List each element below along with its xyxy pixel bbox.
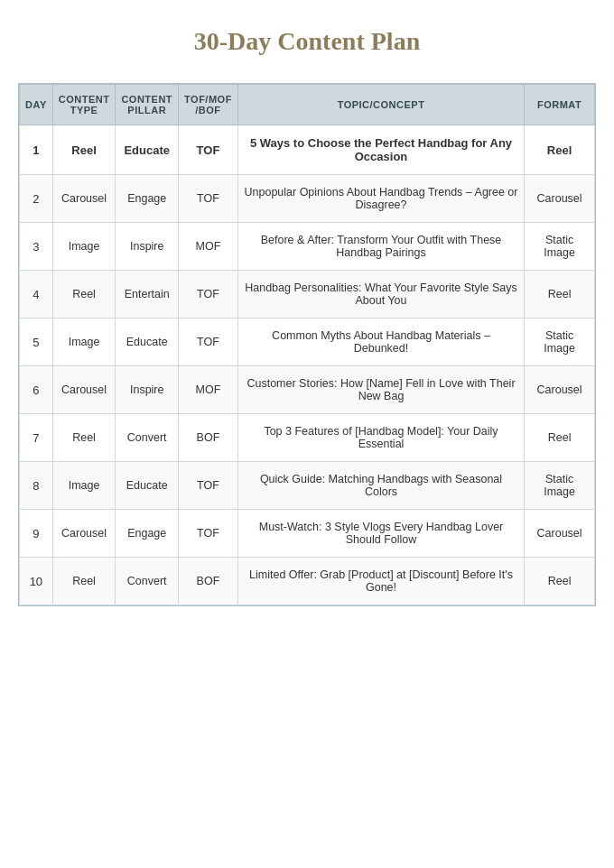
table-row: 9CarouselEngageTOFMust-Watch: 3 Style Vl…	[20, 510, 595, 558]
cell-content-pillar: Engage	[116, 510, 179, 558]
cell-content-type: Reel	[52, 414, 116, 462]
cell-format: Reel	[525, 558, 595, 605]
table-row: 1ReelEducateTOF5 Ways to Choose the Perf…	[20, 125, 595, 175]
cell-format: Carousel	[525, 175, 595, 223]
header-content-pillar: CONTENTPILLAR	[116, 85, 179, 125]
cell-topic-concept: Top 3 Features of [Handbag Model]: Your …	[237, 414, 524, 462]
cell-content-pillar: Educate	[116, 319, 179, 366]
cell-topic-concept: Before & After: Transform Your Outfit wi…	[237, 223, 524, 271]
cell-content-type: Image	[52, 319, 116, 366]
cell-tof-mof-bof: BOF	[179, 558, 238, 605]
table-row: 3ImageInspireMOFBefore & After: Transfor…	[20, 223, 595, 271]
cell-topic-concept: Unpopular Opinions About Handbag Trends …	[237, 175, 524, 223]
cell-content-type: Carousel	[52, 175, 116, 223]
table-header-row: DAY CONTENTTYPE CONTENTPILLAR TOF/MOF/BO…	[20, 85, 595, 125]
cell-content-pillar: Inspire	[116, 223, 179, 271]
table-row: 7ReelConvertBOFTop 3 Features of [Handba…	[20, 414, 595, 462]
cell-day: 10	[20, 558, 53, 605]
cell-tof-mof-bof: TOF	[179, 510, 238, 558]
cell-content-type: Image	[52, 462, 116, 510]
cell-format: Carousel	[525, 366, 595, 414]
header-topic-concept: TOPIC/CONCEPT	[237, 85, 524, 125]
cell-format: Static Image	[525, 223, 595, 271]
cell-day: 2	[20, 175, 53, 223]
cell-day: 1	[20, 125, 53, 175]
cell-tof-mof-bof: TOF	[179, 319, 238, 366]
cell-format: Reel	[525, 125, 595, 175]
cell-content-type: Reel	[52, 271, 116, 319]
page-title: 30-Day Content Plan	[194, 27, 420, 56]
cell-content-pillar: Entertain	[116, 271, 179, 319]
cell-content-pillar: Engage	[116, 175, 179, 223]
table-row: 6CarouselInspireMOFCustomer Stories: How…	[20, 366, 595, 414]
cell-format: Reel	[525, 271, 595, 319]
cell-format: Static Image	[525, 462, 595, 510]
cell-topic-concept: Limited Offer: Grab [Product] at [Discou…	[237, 558, 524, 605]
cell-day: 8	[20, 462, 53, 510]
table-row: 10ReelConvertBOFLimited Offer: Grab [Pro…	[20, 558, 595, 605]
cell-tof-mof-bof: TOF	[179, 462, 238, 510]
cell-content-type: Reel	[52, 125, 116, 175]
table-row: 4ReelEntertainTOFHandbag Personalities: …	[20, 271, 595, 319]
cell-topic-concept: Handbag Personalities: What Your Favorit…	[237, 271, 524, 319]
cell-content-pillar: Convert	[116, 558, 179, 605]
cell-day: 7	[20, 414, 53, 462]
cell-topic-concept: Common Myths About Handbag Materials – D…	[237, 319, 524, 366]
cell-day: 3	[20, 223, 53, 271]
cell-content-type: Carousel	[52, 366, 116, 414]
cell-content-type: Reel	[52, 558, 116, 605]
cell-format: Carousel	[525, 510, 595, 558]
cell-topic-concept: Quick Guide: Matching Handbags with Seas…	[237, 462, 524, 510]
cell-content-pillar: Inspire	[116, 366, 179, 414]
cell-day: 4	[20, 271, 53, 319]
header-day: DAY	[20, 85, 53, 125]
cell-content-pillar: Convert	[116, 414, 179, 462]
cell-tof-mof-bof: TOF	[179, 175, 238, 223]
cell-day: 9	[20, 510, 53, 558]
cell-content-pillar: Educate	[116, 462, 179, 510]
table-row: 5ImageEducateTOFCommon Myths About Handb…	[20, 319, 595, 366]
cell-tof-mof-bof: MOF	[179, 223, 238, 271]
cell-topic-concept: 5 Ways to Choose the Perfect Handbag for…	[237, 125, 524, 175]
cell-tof-mof-bof: BOF	[179, 414, 238, 462]
cell-tof-mof-bof: TOF	[179, 125, 238, 175]
content-plan-table: DAY CONTENTTYPE CONTENTPILLAR TOF/MOF/BO…	[18, 83, 596, 606]
cell-content-pillar: Educate	[116, 125, 179, 175]
cell-day: 6	[20, 366, 53, 414]
cell-tof-mof-bof: TOF	[179, 271, 238, 319]
cell-topic-concept: Must-Watch: 3 Style Vlogs Every Handbag …	[237, 510, 524, 558]
cell-content-type: Image	[52, 223, 116, 271]
cell-tof-mof-bof: MOF	[179, 366, 238, 414]
cell-day: 5	[20, 319, 53, 366]
header-content-type: CONTENTTYPE	[52, 85, 116, 125]
table-row: 8ImageEducateTOFQuick Guide: Matching Ha…	[20, 462, 595, 510]
cell-content-type: Carousel	[52, 510, 116, 558]
cell-format: Static Image	[525, 319, 595, 366]
header-tof-mof-bof: TOF/MOF/BOF	[179, 85, 238, 125]
cell-topic-concept: Customer Stories: How [Name] Fell in Lov…	[237, 366, 524, 414]
table-row: 2CarouselEngageTOFUnpopular Opinions Abo…	[20, 175, 595, 223]
cell-format: Reel	[525, 414, 595, 462]
header-format: FORMAT	[525, 85, 595, 125]
